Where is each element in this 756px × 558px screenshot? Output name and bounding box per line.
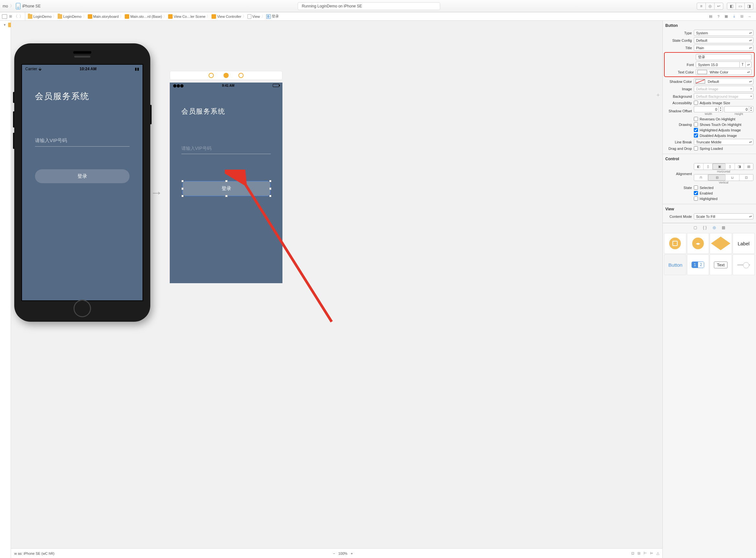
resize-handle[interactable] [269, 195, 271, 197]
disclosure-triangle-icon[interactable]: ▼ [3, 23, 6, 27]
battery-icon [273, 84, 279, 87]
lib-viewcontroller[interactable] [664, 233, 686, 254]
storyboard-scene[interactable]: ⬤⬤⬤ 9:41 AM 会员服务系统 请输入VIP号码 登录 [170, 71, 283, 283]
reverses-checkbox[interactable] [694, 117, 698, 121]
shadowcolor-select[interactable]: Default▴▾ [694, 78, 753, 84]
shadow-height-stepper[interactable]: 0▴▾ [724, 106, 753, 112]
resolve-icon[interactable]: ⊨ [650, 551, 653, 555]
grid-icon[interactable]: ⊞ [9, 14, 12, 19]
device-icon [16, 3, 20, 9]
lib-label[interactable]: Label [733, 233, 755, 254]
background-select[interactable]: Default Background Image▾ [694, 93, 753, 99]
selected-button[interactable]: 登录 [183, 181, 270, 196]
exit-icon[interactable] [238, 73, 244, 78]
inspector-tabs[interactable]: ▤ ? ▦ ⇣ ⊟ → [707, 12, 756, 20]
media-library-tab-icon[interactable]: ▦ [722, 225, 725, 230]
textcolor-select[interactable]: White Color▴▾ [696, 69, 752, 75]
resize-handle[interactable] [225, 180, 228, 182]
highlighted-checkbox[interactable] [694, 197, 698, 201]
springloaded-checkbox[interactable] [694, 146, 698, 151]
zoom-in-icon[interactable]: + [351, 552, 353, 555]
title-text-input[interactable]: 登录 [696, 54, 752, 60]
right-panel-icon[interactable]: ◨ [744, 3, 753, 10]
lib-segmented[interactable]: 12 [687, 254, 709, 275]
pin-icon[interactable]: ⊢ [643, 551, 647, 555]
viewas-label[interactable]: w as: iPhone SE (wC hR) [14, 552, 54, 555]
storyboard-textfield[interactable]: 请输入VIP号码 [181, 146, 271, 154]
resize-handle[interactable] [225, 195, 228, 197]
forward-chevron-icon[interactable]: 〉 [20, 14, 23, 19]
lib-slider[interactable] [733, 254, 755, 275]
stack-icon[interactable]: △ [657, 551, 659, 555]
resize-handle[interactable] [181, 195, 184, 197]
file-inspector-icon[interactable]: ▤ [707, 12, 714, 20]
storyboard-title-label[interactable]: 会员服务系统 [170, 89, 283, 116]
related-items-icon[interactable] [2, 14, 7, 19]
linebreak-select[interactable]: Truncate Middle▴▾ [694, 139, 753, 145]
identity-inspector-icon[interactable]: ▦ [722, 12, 730, 20]
highlighted-adjusts-checkbox[interactable] [694, 128, 698, 132]
type-select[interactable]: System▴▾ [694, 30, 753, 36]
document-outline[interactable]: ▼ View Controller Scene [0, 21, 11, 558]
device-name[interactable]: iPhone SE [22, 4, 41, 8]
showstouch-checkbox[interactable] [694, 122, 698, 127]
editor-mode-segmented[interactable]: ≡ ◎ ↩ [697, 3, 723, 10]
bottom-panel-icon[interactable]: ▭ [736, 3, 745, 10]
viewcontroller-proxy-icon[interactable] [209, 73, 214, 78]
home-button[interactable] [74, 300, 91, 317]
shadow-width-stepper[interactable]: 0▴▾ [694, 106, 723, 112]
panel-toggles[interactable]: ◧ ▭ ◨ [727, 3, 753, 10]
selected-checkbox[interactable] [694, 185, 698, 190]
version-editor-icon[interactable]: ↩ [714, 3, 723, 10]
resize-handle[interactable] [181, 180, 184, 182]
connections-inspector-icon[interactable]: → [746, 12, 753, 20]
horizontal-alignment[interactable]: ◧▯▣▯◨▤ [694, 163, 753, 170]
lib-button[interactable]: Button [664, 254, 686, 275]
left-panel-icon[interactable]: ◧ [727, 3, 736, 10]
object-library-tab-icon[interactable]: ◎ [713, 225, 716, 230]
embed-icon[interactable]: ⊡ [631, 551, 634, 555]
back-chevron-icon[interactable]: 〈 [14, 14, 18, 19]
scene-dock[interactable] [170, 71, 283, 80]
font-t-icon[interactable]: T [740, 61, 746, 68]
font-picker[interactable]: System 15.0T▴▾ [696, 61, 752, 68]
resize-handle[interactable] [269, 180, 271, 182]
viewcontroller-icon [669, 237, 681, 249]
resize-handle[interactable] [181, 187, 184, 190]
file-template-tab-icon[interactable]: ▢ [693, 225, 697, 230]
code-snippet-tab-icon[interactable]: { } [703, 225, 706, 230]
scheme-prefix: mo [3, 4, 8, 8]
standard-editor-icon[interactable]: ≡ [697, 3, 706, 10]
zoom-out-icon[interactable]: − [333, 552, 335, 555]
title-type-select[interactable]: Plain▴▾ [694, 45, 753, 51]
initial-vc-arrow-icon[interactable]: → [150, 186, 163, 200]
size-inspector-icon[interactable]: ⊟ [738, 12, 746, 20]
sim-app-title: 会员服务系统 [22, 71, 143, 102]
jump-bar: ⊞ 〈 〉 LoginDemo〉 LoginDemo〉 Main.storybo… [0, 12, 756, 21]
image-select[interactable]: Default Image▾ [694, 86, 753, 92]
sim-login-button[interactable]: 登录 [35, 169, 129, 183]
lib-navigationcontroller[interactable]: ◂▸ [687, 233, 709, 254]
storyboard-icon [88, 14, 92, 19]
attributes-inspector: Button TypeSystem▴▾ State ConfigDefault▴… [663, 21, 756, 558]
add-constraint-icon[interactable]: + [656, 92, 660, 99]
first-responder-icon[interactable] [223, 73, 229, 78]
interface-builder-canvas[interactable]: Carrier ⬙ 10:24 AM ▮▮ 会员服务系统 请输入VIP号码 登录… [11, 21, 663, 558]
help-inspector-icon[interactable]: ? [714, 12, 722, 20]
disabled-adjusts-checkbox[interactable] [694, 133, 698, 137]
assistant-editor-icon[interactable]: ◎ [705, 3, 714, 10]
align-icon[interactable]: ⊟ [637, 551, 640, 555]
breadcrumb[interactable]: LoginDemo〉 LoginDemo〉 Main.storyboard〉 M… [25, 14, 707, 19]
battery-icon: ▮▮ [135, 67, 139, 71]
resize-handle[interactable] [269, 187, 271, 190]
zoom-controls[interactable]: − 100% + [333, 552, 353, 555]
vertical-alignment[interactable]: ⊓⊟⊔⊡ [694, 174, 753, 181]
sim-vip-input[interactable]: 请输入VIP号码 [35, 137, 129, 147]
contentmode-select[interactable]: Scale To Fill▴▾ [694, 213, 753, 220]
lib-textfield[interactable]: Text [710, 254, 732, 275]
attributes-inspector-icon[interactable]: ⇣ [730, 12, 738, 20]
enabled-checkbox[interactable] [694, 191, 698, 195]
adjusts-image-checkbox[interactable] [694, 101, 698, 105]
stateconfig-select[interactable]: Default▴▾ [694, 37, 753, 43]
lib-cube[interactable] [710, 233, 732, 254]
